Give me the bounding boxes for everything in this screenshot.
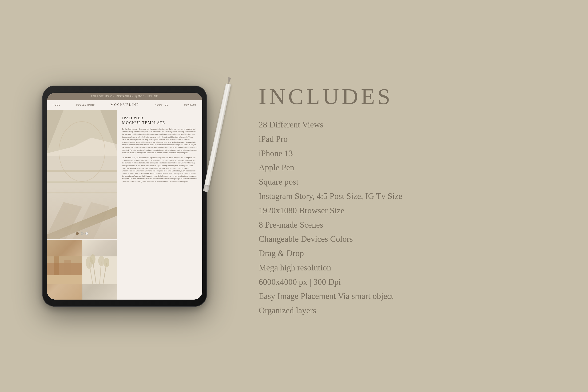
page-wrapper: Follow us on Instagram @Mockupline HOME … xyxy=(0,0,588,392)
includes-section: INCLUDES 28 Different Views iPad Pro iPh… xyxy=(249,76,560,316)
svg-rect-14 xyxy=(47,275,82,284)
includes-item-10: Mega high resolution xyxy=(259,262,560,273)
svg-rect-3 xyxy=(47,170,117,172)
includes-item-3: Apple Pen xyxy=(259,162,560,173)
includes-title: INCLUDES xyxy=(259,85,560,108)
includes-item-12: Easy Image Placement Via smart object xyxy=(259,291,560,302)
nav-contact[interactable]: CONTACT xyxy=(184,104,197,106)
content-body-1: On the other hand, we denounce with righ… xyxy=(122,128,198,154)
svg-point-23 xyxy=(104,258,109,267)
nav-collections[interactable]: COLLECTIONS xyxy=(76,104,95,106)
color-dot-brown[interactable] xyxy=(76,232,79,235)
includes-item-11: 6000x4000 px | 300 Dpi xyxy=(259,276,560,288)
pencil-top xyxy=(203,184,209,192)
bottom-images xyxy=(47,240,117,300)
includes-item-8: Changeable Devices Colors xyxy=(259,234,560,244)
svg-rect-13 xyxy=(64,260,71,277)
content-body-2: On the other hand, we denounce with righ… xyxy=(122,156,198,183)
ipad-screen: Follow us on Instagram @Mockupline HOME … xyxy=(47,93,202,300)
includes-item-2: iPhone 13 xyxy=(259,148,560,159)
svg-point-21 xyxy=(90,254,96,264)
includes-item-13: Organized layers xyxy=(259,305,560,316)
includes-item-5: Instagram Story, 4:5 Post Size, IG Tv Si… xyxy=(259,191,560,202)
includes-item-1: iPad Pro xyxy=(259,134,560,144)
includes-item-4: Square post xyxy=(259,176,560,188)
svg-rect-5 xyxy=(47,192,117,193)
includes-item-7: 8 Pre-made Scenes xyxy=(259,220,560,230)
bottom-img-street xyxy=(47,240,82,300)
content-left-images xyxy=(47,110,117,300)
nav-home[interactable]: HOME xyxy=(53,104,60,106)
nav-about[interactable]: ABOUT US xyxy=(155,104,168,106)
includes-list: 28 Different Views iPad Pro iPhone 13 Ap… xyxy=(259,119,560,316)
pencil-body xyxy=(204,83,231,186)
color-dot-light[interactable] xyxy=(81,232,84,235)
ipad-device: Follow us on Instagram @Mockupline HOME … xyxy=(42,86,207,307)
screen-topbar: Follow us on Instagram @Mockupline xyxy=(47,93,202,100)
content-right-text: IPAD WEB MOCKUP TEMPLATE On the other ha… xyxy=(117,110,202,300)
svg-rect-12 xyxy=(54,256,59,277)
stair-image xyxy=(47,110,117,239)
bottom-img-plants xyxy=(82,240,117,300)
includes-item-6: 1920x1080 Browser Size xyxy=(259,205,560,216)
svg-point-22 xyxy=(98,256,104,266)
color-dots xyxy=(76,232,88,235)
screen-nav: HOME COLLECTIONS MOCKUPLINE ABOUT US CON… xyxy=(47,100,202,110)
nav-logo: MOCKUPLINE xyxy=(110,103,139,107)
includes-item-9: Drag & Drop xyxy=(259,248,560,259)
ipad-section: Follow us on Instagram @Mockupline HOME … xyxy=(28,86,221,307)
pencil-tip xyxy=(227,77,231,84)
content-title: IPAD WEB MOCKUP TEMPLATE xyxy=(122,116,198,126)
screen-content: IPAD WEB MOCKUP TEMPLATE On the other ha… xyxy=(47,110,202,300)
topbar-text: Follow us on Instagram @Mockupline xyxy=(91,95,158,98)
includes-item-0: 28 Different Views xyxy=(259,119,560,130)
color-dot-white[interactable] xyxy=(86,232,88,235)
